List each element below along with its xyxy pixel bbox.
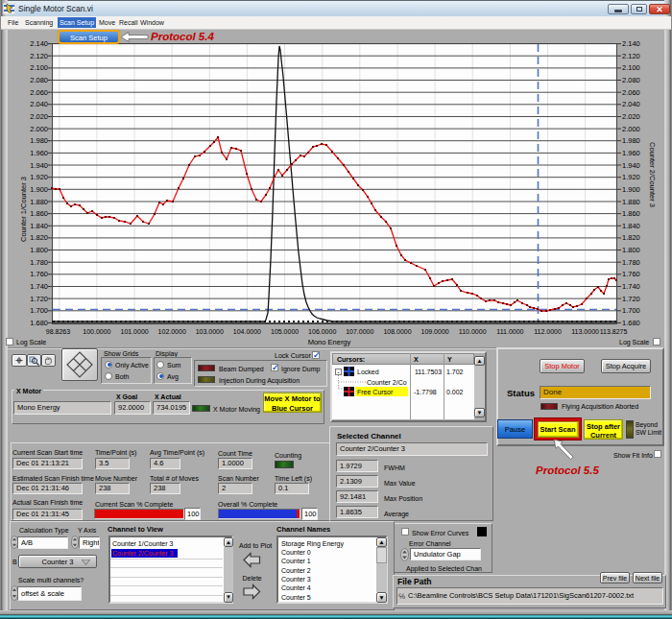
svg-text:1.920: 1.920 [622,173,640,181]
svg-text:1.800: 1.800 [622,246,640,254]
svg-text:113.8275: 113.8275 [600,328,628,335]
svg-text:1.920: 1.920 [30,173,48,181]
svg-text:103.0000: 103.0000 [196,328,224,335]
svg-text:2.040: 2.040 [622,100,640,108]
svg-text:Counter 1/Counter 3: Counter 1/Counter 3 [19,177,28,242]
svg-text:1.860: 1.860 [30,209,48,218]
svg-text:1.780: 1.780 [30,258,48,267]
svg-text:2.100: 2.100 [30,63,48,72]
svg-text:109.0000: 109.0000 [420,328,448,335]
svg-text:2.000: 2.000 [622,125,640,133]
svg-text:102.0000: 102.0000 [158,328,186,335]
svg-text:112.0000: 112.0000 [534,328,562,335]
svg-text:1.900: 1.900 [622,185,640,194]
svg-text:2.120: 2.120 [30,52,48,60]
svg-text:107.0000: 107.0000 [346,328,373,335]
svg-text:110.0000: 110.0000 [459,328,487,335]
svg-text:1.820: 1.820 [622,233,640,242]
svg-text:1.760: 1.760 [30,270,48,278]
svg-text:1.980: 1.980 [622,136,640,145]
svg-text:2.100: 2.100 [622,63,640,72]
svg-text:1.880: 1.880 [622,198,640,206]
svg-text:1.980: 1.980 [30,136,48,145]
svg-text:2.060: 2.060 [622,88,640,97]
svg-text:2.120: 2.120 [622,52,640,60]
svg-text:1.680: 1.680 [30,319,48,327]
svg-text:113.0000: 113.0000 [571,328,599,335]
svg-text:Mono Energy: Mono Energy [308,338,351,346]
svg-text:98.8263: 98.8263 [46,328,70,335]
svg-text:101.0000: 101.0000 [120,328,148,335]
svg-text:Counter 2/Counter 3: Counter 2/Counter 3 [648,142,657,207]
svg-text:108.0000: 108.0000 [383,328,411,335]
svg-text:2.020: 2.020 [30,112,48,121]
svg-text:1.840: 1.840 [622,222,640,230]
svg-text:2.040: 2.040 [30,100,48,108]
svg-text:1.720: 1.720 [30,295,48,303]
svg-text:1.900: 1.900 [30,185,48,194]
svg-text:1.760: 1.760 [622,270,640,278]
svg-text:1.680: 1.680 [622,319,640,327]
svg-text:2.140: 2.140 [30,39,48,48]
svg-text:1.740: 1.740 [30,282,48,291]
svg-text:1.740: 1.740 [622,282,640,291]
svg-text:1.880: 1.880 [30,198,48,206]
svg-text:2.140: 2.140 [622,39,640,48]
svg-text:100.0000: 100.0000 [83,328,110,335]
svg-text:1.860: 1.860 [622,209,640,218]
svg-text:111.0000: 111.0000 [496,328,523,335]
svg-text:1.960: 1.960 [622,149,640,157]
svg-text:1.800: 1.800 [30,246,48,254]
svg-text:1.940: 1.940 [622,161,640,170]
svg-text:2.080: 2.080 [622,76,640,84]
svg-text:1.820: 1.820 [30,233,48,242]
svg-text:1.700: 1.700 [30,306,48,315]
svg-text:2.080: 2.080 [30,76,48,84]
svg-text:1.960: 1.960 [30,149,48,157]
svg-text:105.0000: 105.0000 [271,328,299,335]
svg-text:1.840: 1.840 [30,222,48,230]
svg-text:2.000: 2.000 [30,125,48,133]
svg-text:104.0000: 104.0000 [233,328,261,335]
svg-text:106.0000: 106.0000 [308,328,336,335]
svg-text:1.940: 1.940 [30,161,48,170]
svg-text:2.060: 2.060 [30,88,48,97]
svg-text:1.700: 1.700 [622,306,640,315]
svg-text:1.720: 1.720 [622,295,640,303]
svg-text:2.020: 2.020 [622,112,640,121]
svg-text:1.780: 1.780 [622,258,640,267]
